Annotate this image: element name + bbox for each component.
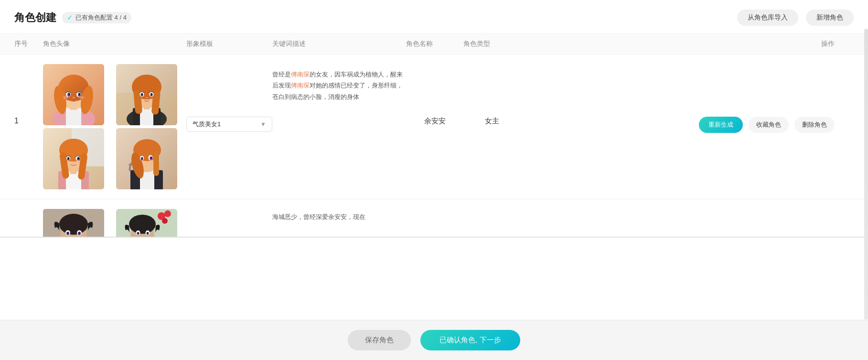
header-left: 角色创建 ✓ 已有角色配置 4 / 4	[14, 11, 131, 25]
svg-point-71	[78, 232, 81, 235]
row-desc: 曾经是傅南琛的女友，因车祸成为植物人，醒来后发现傅南琛对她的感情已经变了，身形纤…	[272, 64, 406, 102]
svg-point-32	[142, 93, 143, 95]
row-template: 气质美女1 ▼	[186, 64, 272, 132]
svg-point-70	[66, 232, 69, 235]
highlight-name-1: 傅南琛	[291, 71, 310, 78]
svg-point-34	[146, 97, 148, 98]
import-button[interactable]: 从角色库导入	[737, 10, 798, 26]
svg-point-13	[69, 93, 70, 95]
confirm-next-button[interactable]: 已确认角色, 下一步	[420, 330, 520, 350]
col-header-index: 序号	[14, 40, 43, 48]
table-row-partial: 海城恶少，曾经深爱余安安，现在	[0, 199, 868, 238]
table-row: 1	[0, 55, 868, 199]
col-header-desc: 关键词描述	[272, 40, 406, 48]
svg-point-17	[79, 96, 84, 99]
col-header-actions: 操作	[521, 40, 854, 48]
avatar-image-3	[43, 128, 104, 189]
save-button[interactable]: 保存角色	[348, 330, 411, 350]
row-actions: 重新生成 收藏角色 删除角色	[521, 64, 854, 133]
avatar-image-1	[43, 64, 104, 125]
avatar-image-2	[116, 64, 177, 125]
svg-point-33	[151, 93, 152, 95]
row-character-type: 女主	[463, 64, 521, 126]
avatar-image-4: tE	[116, 128, 177, 189]
svg-point-14	[79, 93, 81, 95]
row-character-name: 余安安	[406, 64, 463, 126]
footer: 保存角色 已确认角色, 下一步	[0, 320, 868, 360]
badge-label: 已有角色配置 4 / 4	[75, 13, 127, 22]
add-character-button[interactable]: 新增角色	[806, 10, 854, 26]
partial-avatar-1	[43, 209, 104, 238]
main-container: 角色创建 ✓ 已有角色配置 4 / 4 从角色库导入 新增角色 序号 角色头像 …	[0, 0, 868, 320]
svg-rect-58	[153, 151, 159, 176]
row-index: 1	[14, 64, 43, 125]
page-title: 角色创建	[14, 11, 56, 25]
highlight-name-2: 傅南琛	[291, 82, 310, 89]
col-header-type: 角色类型	[463, 40, 521, 48]
col-header-avatar: 角色头像	[43, 40, 186, 48]
svg-point-63	[142, 157, 143, 159]
col-header-template: 形象模板	[186, 40, 272, 48]
col-header-name: 角色名称	[406, 40, 463, 48]
svg-point-16	[63, 96, 68, 99]
header-right: 从角色库导入 新增角色	[737, 10, 854, 26]
partial-avatar-2	[116, 209, 177, 238]
svg-point-81	[147, 232, 149, 235]
check-icon: ✓	[67, 13, 73, 22]
template-select[interactable]: 气质美女1 ▼	[186, 117, 272, 132]
svg-point-49	[78, 157, 80, 159]
delete-button[interactable]: 删除角色	[794, 117, 835, 133]
partial-desc: 海城恶少，曾经深爱余安安，现在	[272, 209, 406, 221]
row-avatar: tE	[43, 64, 186, 189]
page-header: 角色创建 ✓ 已有角色配置 4 / 4 从角色库导入 新增角色	[0, 0, 868, 34]
table-header: 序号 角色头像 形象模板 关键词描述 角色名称 角色类型 操作	[0, 34, 868, 55]
collect-button[interactable]: 收藏角色	[749, 117, 789, 133]
svg-point-64	[151, 157, 152, 159]
svg-point-48	[68, 157, 69, 159]
svg-point-67	[59, 214, 88, 235]
partial-avatar	[43, 209, 186, 238]
svg-point-74	[164, 210, 171, 217]
config-badge: ✓ 已有角色配置 4 / 4	[62, 12, 131, 23]
svg-point-80	[137, 232, 139, 235]
svg-point-15	[73, 97, 75, 98]
svg-point-77	[129, 215, 156, 234]
chevron-down-icon: ▼	[260, 121, 266, 128]
regenerate-button[interactable]: 重新生成	[699, 117, 743, 133]
svg-point-75	[162, 218, 168, 224]
table-body: 1	[0, 55, 868, 320]
template-select-label: 气质美女1	[193, 120, 221, 129]
